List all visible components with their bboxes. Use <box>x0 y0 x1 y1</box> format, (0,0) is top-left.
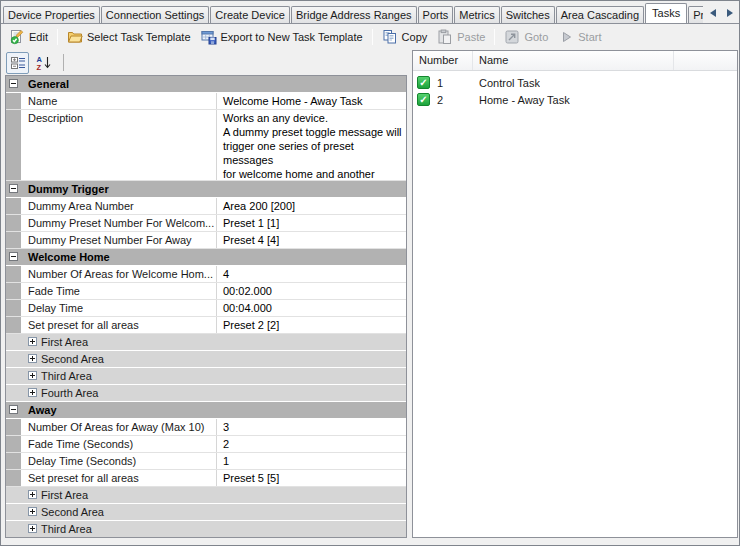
property-value[interactable]: 4 <box>217 266 406 282</box>
property-value[interactable]: Area 200 [200] <box>217 198 406 214</box>
property-row-fade-time-seconds[interactable]: Fade Time (Seconds)2 <box>6 436 406 453</box>
subcategory-first-area[interactable]: First Area <box>6 334 406 351</box>
property-name: Dummy Preset Number For Away <box>21 232 217 248</box>
property-value[interactable]: Welcome Home - Away Task <box>217 93 406 109</box>
tab-strip-border <box>1 23 739 24</box>
task-row-control-task[interactable]: ✓1Control Task <box>413 74 737 91</box>
select-task-template-button[interactable]: Select Task Template <box>63 27 195 47</box>
column-header-number[interactable]: Number <box>413 51 473 70</box>
scroll-tabs-left-button[interactable] <box>705 5 720 21</box>
property-row-dummy-preset-number-for-welcom[interactable]: Dummy Preset Number For Welcom...Preset … <box>6 215 406 232</box>
row-gutter <box>6 232 21 248</box>
property-row-set-preset-for-all-areas[interactable]: Set preset for all areasPreset 5 [5] <box>6 470 406 487</box>
row-gutter <box>6 110 21 180</box>
subcategory-title: Second Area <box>41 352 104 367</box>
property-grid-toolbar-separator <box>63 54 64 71</box>
property-row-delay-time-seconds[interactable]: Delay Time (Seconds)1 <box>6 453 406 470</box>
property-value[interactable]: 2 <box>217 436 406 452</box>
toolbar-button-label: Start <box>578 31 601 43</box>
collapse-icon[interactable] <box>9 252 18 261</box>
subcategory-title: Third Area <box>41 522 92 537</box>
toolbar-separator <box>372 29 373 45</box>
expand-icon[interactable] <box>28 507 37 516</box>
tab-device-properties[interactable]: Device Properties <box>3 6 100 24</box>
subcategory-first-area[interactable]: First Area <box>6 487 406 504</box>
property-value[interactable]: 3 <box>217 419 406 435</box>
toolbar: EditSelect Task TemplateExport to New Ta… <box>1 25 739 49</box>
property-value[interactable]: 1 <box>217 453 406 469</box>
tab-connection-settings[interactable]: Connection Settings <box>101 6 209 24</box>
task-number: 2 <box>437 94 443 106</box>
category-welcome-home[interactable]: Welcome Home <box>6 249 406 266</box>
property-value[interactable]: Preset 4 [4] <box>217 232 406 248</box>
property-name: Set preset for all areas <box>21 470 217 486</box>
property-row-fade-time[interactable]: Fade Time00:02.000 <box>6 283 406 300</box>
paste-button[interactable]: Paste <box>433 27 489 47</box>
row-gutter <box>6 215 21 231</box>
expand-icon[interactable] <box>28 388 37 397</box>
tab-switches[interactable]: Switches <box>501 6 555 24</box>
subcategory-third-area[interactable]: Third Area <box>6 368 406 385</box>
collapse-icon[interactable] <box>9 184 18 193</box>
expand-icon[interactable] <box>28 524 37 533</box>
subcategory-second-area[interactable]: Second Area <box>6 351 406 368</box>
export-to-new-task-template-button[interactable]: Export to New Task Template <box>197 27 367 47</box>
goto-button[interactable]: Goto <box>500 27 552 47</box>
property-row-description[interactable]: DescriptionWorks an any device. A dummy … <box>6 110 406 181</box>
tab-tasks[interactable]: Tasks <box>645 3 687 24</box>
row-gutter <box>6 470 21 486</box>
tab-area-cascading[interactable]: Area Cascading <box>556 6 644 24</box>
categorized-view-button[interactable] <box>6 52 29 74</box>
tab-products[interactable]: Products <box>688 6 703 24</box>
property-name: Dummy Preset Number For Welcom... <box>21 215 217 231</box>
property-row-dummy-preset-number-for-away[interactable]: Dummy Preset Number For AwayPreset 4 [4] <box>6 232 406 249</box>
subcategory-second-area[interactable]: Second Area <box>6 504 406 521</box>
property-value[interactable]: 00:02.000 <box>217 283 406 299</box>
alphabetical-sort-view-button[interactable]: AZ <box>32 52 55 74</box>
category-away[interactable]: Away <box>6 402 406 419</box>
property-value[interactable]: Works an any device. A dummy preset togg… <box>217 110 406 180</box>
category-dummy-trigger[interactable]: Dummy Trigger <box>6 181 406 198</box>
subcategory-fourth-area[interactable]: Fourth Area <box>6 385 406 402</box>
subcategory-title: First Area <box>41 488 88 503</box>
property-value[interactable]: Preset 2 [2] <box>217 317 406 333</box>
property-name: Name <box>21 93 217 109</box>
subcategory-title: Third Area <box>41 369 92 384</box>
task-list-body: ✓1Control Task✓2Home - Away Task <box>413 71 737 108</box>
toolbar-button-label: Select Task Template <box>87 31 191 43</box>
row-gutter <box>6 317 21 333</box>
expand-icon[interactable] <box>28 371 37 380</box>
task-row-home-away-task[interactable]: ✓2Home - Away Task <box>413 91 737 108</box>
tab-metrics[interactable]: Metrics <box>454 6 499 24</box>
category-general[interactable]: General <box>6 76 406 93</box>
tab-bridge-address-ranges[interactable]: Bridge Address Ranges <box>291 6 417 24</box>
property-row-number-of-areas-for-welcome-hom[interactable]: Number Of Areas for Welcome Hom...4 <box>6 266 406 283</box>
row-gutter <box>6 93 21 109</box>
subcategory-third-area[interactable]: Third Area <box>6 521 406 538</box>
property-row-name[interactable]: NameWelcome Home - Away Task <box>6 93 406 110</box>
expand-icon[interactable] <box>28 354 37 363</box>
property-value[interactable]: 00:04.000 <box>217 300 406 316</box>
start-button[interactable]: Start <box>554 27 605 47</box>
scroll-tabs-right-button[interactable] <box>722 5 737 21</box>
property-value[interactable]: Preset 1 [1] <box>217 215 406 231</box>
property-row-set-preset-for-all-areas[interactable]: Set preset for all areasPreset 2 [2] <box>6 317 406 334</box>
property-name: Delay Time (Seconds) <box>21 453 217 469</box>
property-row-delay-time[interactable]: Delay Time00:04.000 <box>6 300 406 317</box>
property-row-number-of-areas-for-away-max-10[interactable]: Number Of Areas for Away (Max 10)3 <box>6 419 406 436</box>
copy-button[interactable]: Copy <box>378 27 432 47</box>
property-row-dummy-area-number[interactable]: Dummy Area NumberArea 200 [200] <box>6 198 406 215</box>
property-grid: GeneralNameWelcome Home - Away TaskDescr… <box>5 75 407 538</box>
alphabetical-sort-icon: AZ <box>36 55 52 71</box>
collapse-icon[interactable] <box>9 79 18 88</box>
row-gutter <box>6 300 21 316</box>
tab-ports[interactable]: Ports <box>418 6 454 24</box>
expand-icon[interactable] <box>28 337 37 346</box>
tab-create-device[interactable]: Create Device <box>210 6 290 24</box>
edit-button[interactable]: Edit <box>5 27 52 47</box>
property-value[interactable]: Preset 5 [5] <box>217 470 406 486</box>
collapse-icon[interactable] <box>9 405 18 414</box>
expand-icon[interactable] <box>28 490 37 499</box>
toolbar-button-label: Export to New Task Template <box>221 31 363 43</box>
column-header-name[interactable]: Name <box>473 51 674 70</box>
